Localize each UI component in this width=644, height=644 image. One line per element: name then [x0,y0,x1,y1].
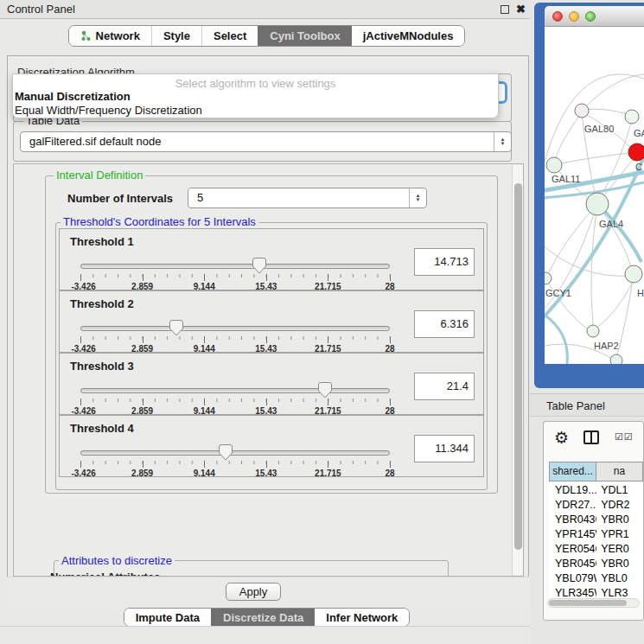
attributes-group-label: Attributes to discretize [59,555,175,567]
table-panel: ⚙ ☑☑ shared... na YDL19...YDL1 YDR27...Y… [543,421,644,621]
threshold-3-value-field[interactable]: 21.4 [414,373,475,400]
network-node-GAL4[interactable] [586,193,609,215]
apply-bar: Apply [7,577,529,605]
network-node-H[interactable] [625,265,642,283]
tab-discretize-data[interactable]: Discretize Data [211,609,315,626]
settings-scroll-panel: Interval Definition Number of Intervals … [13,163,524,577]
node-label-GAL80: GAL80 [584,124,614,134]
tab-infer-network[interactable]: Infer Network [315,609,409,626]
minimize-traffic-light-icon[interactable] [569,11,579,22]
network-window-titlebar[interactable] [545,6,644,27]
table-row[interactable]: YBL079WYBL0 [549,571,643,586]
table-data-combobox[interactable]: galFiltered.sif default node ▲▼ [20,131,512,152]
close-icon[interactable]: ✖ [516,3,526,16]
table-row[interactable]: YDR27...YDR2 [549,498,643,513]
slider-ticks [80,274,390,282]
control-panel: Control Panel ✖ Network Style Select Cyn… [0,0,533,644]
table-panel-toolbar: ⚙ ☑☑ [544,422,643,456]
table-header: shared... na [549,462,643,481]
network-node-C[interactable] [628,143,644,161]
table-row[interactable]: YDL19...YDL1 [549,483,643,498]
tab-impute-data[interactable]: Impute Data [124,609,211,626]
top-tab-bar: Network Style Select Cyni Toolbox jActiv… [0,25,533,47]
dropdown-option-equal-width[interactable]: Equal Width/Frequency Discretization [13,104,498,118]
cyni-toolbox-panel: Table Data galFiltered.sif default node … [7,55,529,579]
network-node-GCY1[interactable] [545,272,552,284]
network-node-GAL11[interactable] [546,157,562,173]
table-row[interactable]: YBR045CYBR0 [549,557,643,571]
node-label-GAL11: GAL11 [552,174,580,184]
network-canvas[interactable]: GAL80GACGAL11GAL4GCY1HHAP2 [545,27,644,364]
combo-stepper-icon: ▲▼ [494,132,511,151]
numerical-attributes-label: Numerical Attributes [50,571,160,577]
interval-definition-label: Interval Definition [54,169,145,182]
dropdown-option-manual[interactable]: Manual Discretization [13,90,498,104]
threshold-4-value-field[interactable]: 11.344 [414,435,475,462]
number-of-intervals-label: Number of Intervals [67,192,173,205]
number-of-intervals-combobox[interactable]: 5 ▲▼ [188,188,427,208]
threshold-2-value-field[interactable]: 6.316 [414,310,475,338]
slider-track[interactable] [80,450,390,456]
tab-cyni-toolbox[interactable]: Cyni Toolbox [258,26,351,46]
float-window-icon[interactable] [501,5,509,14]
slider-ticks [80,399,390,406]
bottom-tab-bar: Impute Data Discretize Data Infer Networ… [0,608,533,627]
network-icon [80,30,92,41]
tab-style[interactable]: Style [151,26,201,46]
algorithm-dropdown-popup: Select algorithm to view settings Manual… [12,73,499,118]
thresholds-group-label: Threshold's Coordinates for 5 Intervals [61,216,258,228]
threshold-1-panel: Threshold 1 -3.426 2.859 9.144 15.43 21.… [59,228,484,290]
column-header-name[interactable]: na [596,462,643,481]
threshold-2-panel: Threshold 2 -3.426 2.859 9.144 15.43 21.… [59,290,484,353]
threshold-1-slider[interactable]: -3.426 2.859 9.144 15.43 21.715 28 [80,260,390,290]
node-label-H: H [637,288,644,298]
table-rows: YDL19...YDL1 YDR27...YDR2 YBR043CYBR0 YP… [549,483,643,601]
slider-thumb[interactable] [252,258,266,274]
table-panel-titlebar: Table Panel [530,393,644,417]
zoom-traffic-light-icon[interactable] [585,11,596,22]
panel-title: Control Panel [7,3,75,16]
slider-ticks [80,336,390,344]
column-header-shared[interactable]: shared... [549,462,596,481]
slider-thumb[interactable] [169,320,183,336]
slider-thumb[interactable] [318,382,332,399]
dropdown-placeholder: Select algorithm to view settings [13,74,498,90]
table-row[interactable]: YPR145WYPR1 [549,527,643,542]
threshold-1-value-field[interactable]: 14.713 [414,248,475,276]
close-traffic-light-icon[interactable] [552,11,563,22]
tab-select[interactable]: Select [201,26,258,46]
threshold-3-slider[interactable]: -3.426 2.859 9.144 15.43 21.715 28 [80,385,390,414]
threshold-2-slider[interactable]: -3.426 2.859 9.144 15.43 21.715 28 [80,322,390,352]
network-view-window: GAL80GACGAL11GAL4GCY1HHAP2 [534,3,644,388]
node-label-GAL4: GAL4 [599,219,623,229]
slider-track[interactable] [80,388,390,393]
node-label-C: C [635,162,642,172]
control-panel-titlebar: Control Panel ✖ [0,0,533,19]
gear-icon[interactable]: ⚙ [554,428,569,448]
tab-jactivemnodules[interactable]: jActiveMNodules [352,26,465,46]
slider-track[interactable] [80,326,390,331]
threshold-3-panel: Threshold 3 -3.426 2.859 9.144 15.43 21.… [59,353,484,415]
horizontal-scrollbar[interactable] [547,598,640,608]
apply-button[interactable]: Apply [226,583,281,601]
network-node-GA[interactable] [625,110,639,124]
network-node-GAL80[interactable] [575,104,589,118]
network-node-HAP2[interactable] [587,325,599,337]
table-row[interactable]: YBR043CYBR0 [549,513,643,527]
slider-thumb[interactable] [219,444,233,461]
table-panel-title: Table Panel [546,399,605,412]
slider-track[interactable] [80,264,390,269]
node-label-GA: GA [634,128,644,138]
table-row[interactable]: YER054CYER0 [549,542,643,557]
combo-stepper-icon: ▲▼ [409,188,426,207]
threshold-4-slider[interactable]: -3.426 2.859 9.144 15.43 21.715 28 [80,447,390,476]
threshold-4-panel: Threshold 4 -3.426 2.859 9.144 15.43 21.… [59,415,484,477]
node-label-HAP2: HAP2 [594,341,619,351]
tab-network[interactable]: Network [69,26,151,46]
node-label-GCY1: GCY1 [545,288,571,298]
select-columns-icon[interactable]: ☑☑ [615,431,634,443]
network-node[interactable] [610,354,622,364]
split-view-icon[interactable] [583,430,599,444]
slider-ticks [80,461,390,469]
panel-scrollbar[interactable] [512,165,523,575]
